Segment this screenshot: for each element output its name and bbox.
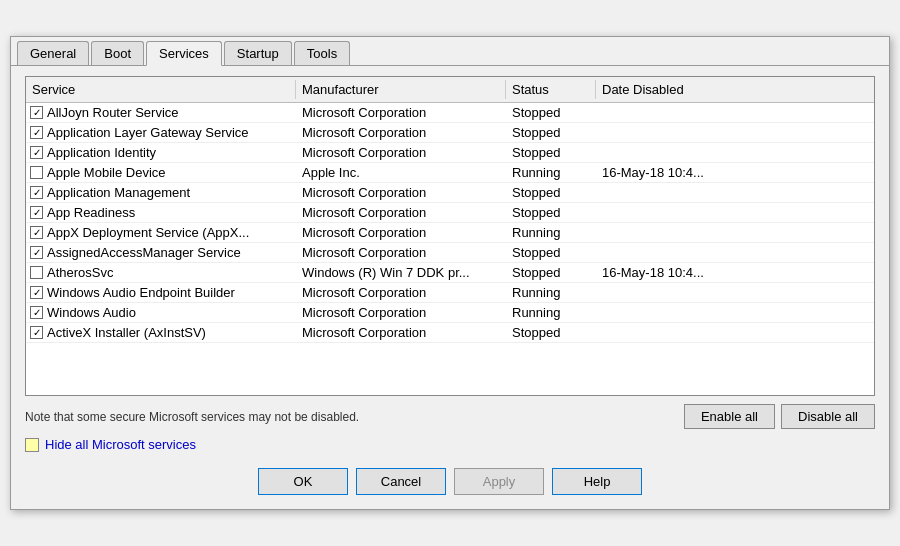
service-checkbox[interactable] — [30, 246, 43, 259]
service-date: 16-May-18 10:4... — [596, 163, 874, 182]
service-date — [596, 231, 874, 235]
service-date — [596, 191, 874, 195]
table-row[interactable]: Application Identity Microsoft Corporati… — [26, 143, 874, 163]
ok-button[interactable]: OK — [258, 468, 348, 495]
table-row[interactable]: Application Management Microsoft Corpora… — [26, 183, 874, 203]
service-checkbox[interactable] — [30, 266, 43, 279]
note-text: Note that some secure Microsoft services… — [25, 410, 359, 424]
service-status: Running — [506, 163, 596, 182]
service-manufacturer: Microsoft Corporation — [296, 123, 506, 142]
enable-all-button[interactable]: Enable all — [684, 404, 775, 429]
service-checkbox[interactable] — [30, 166, 43, 179]
service-date — [596, 251, 874, 255]
table-row[interactable]: Windows Audio Endpoint Builder Microsoft… — [26, 283, 874, 303]
dialog-body: Service Manufacturer Status Date Disable… — [11, 66, 889, 509]
col-date-disabled: Date Disabled — [596, 80, 860, 99]
service-checkbox[interactable] — [30, 186, 43, 199]
service-checkbox[interactable] — [30, 286, 43, 299]
service-checkbox[interactable] — [30, 126, 43, 139]
service-name[interactable]: Application Identity — [26, 143, 296, 162]
table-row[interactable]: AtherosSvc Windows (R) Win 7 DDK pr... S… — [26, 263, 874, 283]
enable-disable-buttons: Enable all Disable all — [684, 404, 875, 429]
service-status: Stopped — [506, 183, 596, 202]
service-status: Stopped — [506, 323, 596, 342]
tab-services[interactable]: Services — [146, 41, 222, 66]
service-checkbox[interactable] — [30, 226, 43, 239]
service-manufacturer: Microsoft Corporation — [296, 143, 506, 162]
table-scroll[interactable]: AllJoyn Router Service Microsoft Corpora… — [26, 103, 874, 395]
service-name[interactable]: App Readiness — [26, 203, 296, 222]
table-row[interactable]: AssignedAccessManager Service Microsoft … — [26, 243, 874, 263]
service-checkbox[interactable] — [30, 306, 43, 319]
table-row[interactable]: AllJoyn Router Service Microsoft Corpora… — [26, 103, 874, 123]
service-name[interactable]: AtherosSvc — [26, 263, 296, 282]
service-name[interactable]: Application Management — [26, 183, 296, 202]
table-row[interactable]: ActiveX Installer (AxInstSV) Microsoft C… — [26, 323, 874, 343]
service-name[interactable]: Windows Audio — [26, 303, 296, 322]
service-manufacturer: Microsoft Corporation — [296, 243, 506, 262]
note-row: Note that some secure Microsoft services… — [25, 404, 875, 429]
table-header: Service Manufacturer Status Date Disable… — [26, 77, 874, 103]
service-date — [596, 111, 874, 115]
help-button[interactable]: Help — [552, 468, 642, 495]
service-date — [596, 331, 874, 335]
tab-tools[interactable]: Tools — [294, 41, 350, 65]
service-name[interactable]: AppX Deployment Service (AppX... — [26, 223, 296, 242]
service-status: Stopped — [506, 123, 596, 142]
cancel-button[interactable]: Cancel — [356, 468, 446, 495]
service-manufacturer: Microsoft Corporation — [296, 183, 506, 202]
table-row[interactable]: Windows Audio Microsoft Corporation Runn… — [26, 303, 874, 323]
service-manufacturer: Microsoft Corporation — [296, 283, 506, 302]
service-checkbox[interactable] — [30, 206, 43, 219]
bottom-buttons: OK Cancel Apply Help — [25, 462, 875, 499]
service-manufacturer: Apple Inc. — [296, 163, 506, 182]
service-status: Stopped — [506, 243, 596, 262]
services-table: Service Manufacturer Status Date Disable… — [25, 76, 875, 396]
service-status: Running — [506, 303, 596, 322]
service-name[interactable]: Application Layer Gateway Service — [26, 123, 296, 142]
tab-boot[interactable]: Boot — [91, 41, 144, 65]
service-manufacturer: Microsoft Corporation — [296, 203, 506, 222]
service-manufacturer: Microsoft Corporation — [296, 223, 506, 242]
table-row[interactable]: Application Layer Gateway Service Micros… — [26, 123, 874, 143]
tab-general[interactable]: General — [17, 41, 89, 65]
service-checkbox[interactable] — [30, 326, 43, 339]
system-configuration-dialog: General Boot Services Startup Tools Serv… — [10, 36, 890, 510]
service-checkbox[interactable] — [30, 146, 43, 159]
service-status: Running — [506, 283, 596, 302]
apply-button[interactable]: Apply — [454, 468, 544, 495]
service-date — [596, 131, 874, 135]
service-name[interactable]: ActiveX Installer (AxInstSV) — [26, 323, 296, 342]
col-service: Service — [26, 80, 296, 99]
service-status: Stopped — [506, 103, 596, 122]
tab-startup[interactable]: Startup — [224, 41, 292, 65]
service-name[interactable]: AllJoyn Router Service — [26, 103, 296, 122]
service-status: Stopped — [506, 143, 596, 162]
hide-microsoft-label: Hide all Microsoft services — [45, 437, 196, 452]
service-name[interactable]: Apple Mobile Device — [26, 163, 296, 182]
service-manufacturer: Microsoft Corporation — [296, 103, 506, 122]
service-date — [596, 311, 874, 315]
col-status: Status — [506, 80, 596, 99]
table-row[interactable]: Apple Mobile Device Apple Inc. Running 1… — [26, 163, 874, 183]
service-date — [596, 151, 874, 155]
hide-microsoft-row: Hide all Microsoft services — [25, 437, 875, 452]
tab-bar: General Boot Services Startup Tools — [11, 37, 889, 66]
service-manufacturer: Microsoft Corporation — [296, 323, 506, 342]
service-name[interactable]: Windows Audio Endpoint Builder — [26, 283, 296, 302]
service-status: Stopped — [506, 203, 596, 222]
table-row[interactable]: AppX Deployment Service (AppX... Microso… — [26, 223, 874, 243]
service-date — [596, 291, 874, 295]
disable-all-button[interactable]: Disable all — [781, 404, 875, 429]
service-name[interactable]: AssignedAccessManager Service — [26, 243, 296, 262]
service-status: Running — [506, 223, 596, 242]
table-row[interactable]: App Readiness Microsoft Corporation Stop… — [26, 203, 874, 223]
service-checkbox[interactable] — [30, 106, 43, 119]
col-manufacturer: Manufacturer — [296, 80, 506, 99]
hide-microsoft-checkbox[interactable] — [25, 438, 39, 452]
service-manufacturer: Windows (R) Win 7 DDK pr... — [296, 263, 506, 282]
service-status: Stopped — [506, 263, 596, 282]
service-date — [596, 211, 874, 215]
service-date: 16-May-18 10:4... — [596, 263, 874, 282]
service-manufacturer: Microsoft Corporation — [296, 303, 506, 322]
